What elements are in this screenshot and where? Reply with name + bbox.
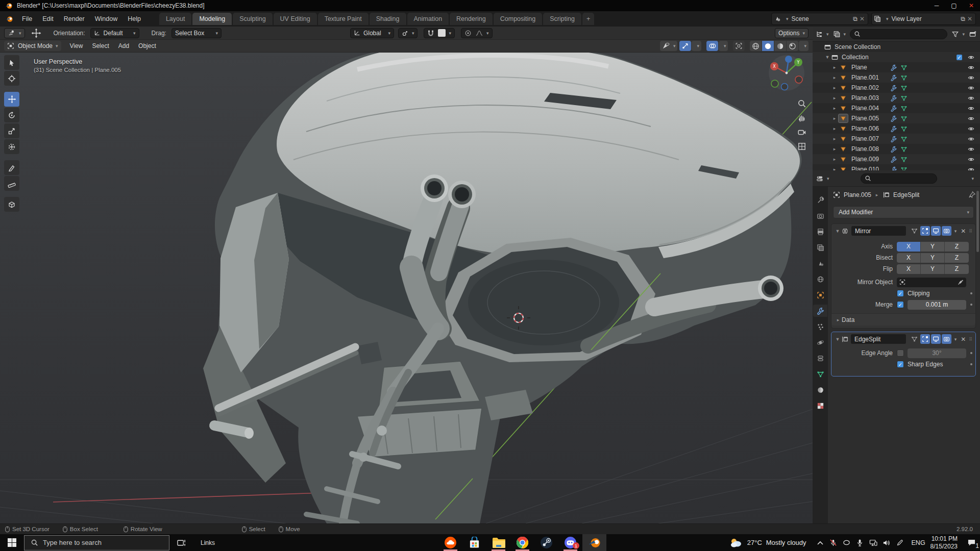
expand-arrow-icon[interactable]: ▸ [831, 136, 838, 141]
expand-arrow-icon[interactable]: ▼ [824, 55, 831, 60]
data-subpanel-header[interactable]: ▸ Data [831, 313, 975, 325]
axis-z-button[interactable]: Z [945, 242, 969, 252]
tab-particles[interactable] [813, 320, 827, 333]
axis-y-button[interactable]: Y [921, 242, 945, 252]
clipping-checkbox[interactable]: ✓ [897, 290, 904, 297]
expand-arrow-icon[interactable]: ▸ [831, 146, 838, 152]
mesh-object-icon[interactable] [838, 165, 848, 170]
extras-dropdown-icon[interactable]: ▾ [954, 229, 957, 234]
tab-uv-editing[interactable]: UV Editing [274, 13, 317, 25]
flip-x-button[interactable]: X [897, 264, 921, 274]
gizmo-dropdown[interactable]: ▾ [692, 41, 701, 51]
add-modifier-button[interactable]: Add Modifier ▾ [833, 206, 974, 218]
tab-modeling[interactable]: Modeling [192, 13, 232, 25]
show-on-cage-toggle[interactable] [910, 334, 919, 344]
tab-modifiers[interactable] [813, 305, 827, 317]
extras-dropdown-icon[interactable]: ▾ [954, 337, 957, 342]
mesh-object-icon[interactable] [838, 104, 848, 113]
edgesplit-panel-header[interactable]: ▼ EdgeSplit ▾ ✕ ⠿ [831, 332, 975, 346]
expand-arrow-icon[interactable]: ▸ [831, 126, 838, 131]
shading-material-button[interactable] [774, 41, 786, 51]
menu-edit[interactable]: Edit [37, 13, 59, 24]
tab-tool[interactable] [813, 194, 827, 206]
viewport-menu-select[interactable]: Select [87, 40, 113, 52]
expand-arrow-icon[interactable]: ▸ [831, 116, 838, 121]
mesh-data-icon[interactable] [900, 115, 908, 122]
tray-mic-icon[interactable] [853, 534, 867, 551]
tab-scene[interactable] [813, 257, 827, 269]
eye-icon[interactable] [967, 115, 975, 122]
mesh-object-icon[interactable] [838, 93, 848, 103]
pin-icon[interactable] [968, 191, 976, 198]
mesh-data-icon[interactable] [900, 95, 908, 102]
outliner-object-row[interactable]: ▸Plane.001 [813, 72, 980, 83]
properties-editor-icon[interactable] [816, 175, 824, 182]
flip-y-button[interactable]: Y [921, 264, 945, 274]
drag-dropdown[interactable]: Select Box ▾ [172, 28, 222, 38]
outliner-object-row[interactable]: ▸Plane.002 [813, 83, 980, 93]
modifier-wrench-icon[interactable] [890, 136, 897, 142]
tab-constraints[interactable] [813, 352, 827, 364]
taskbar-app-chrome[interactable] [510, 534, 534, 551]
tray-language[interactable]: ENG [912, 539, 925, 546]
outliner-object-row[interactable]: ▸Plane.006 [813, 123, 980, 134]
edge-angle-field[interactable]: 30° [908, 348, 966, 358]
new-scene-icon[interactable]: ⧉ [853, 15, 857, 22]
eye-icon[interactable] [967, 136, 975, 142]
object-name[interactable]: Plane.006 [851, 125, 879, 132]
shading-dropdown[interactable]: ▾ [799, 41, 808, 51]
object-name[interactable]: Plane.002 [851, 84, 879, 91]
object-name[interactable]: Plane.008 [851, 145, 879, 153]
show-in-editmode-toggle[interactable] [920, 334, 930, 344]
expand-arrow-icon[interactable]: ▸ [831, 95, 838, 101]
outliner-editor-icon[interactable] [816, 31, 823, 38]
modifier-wrench-icon[interactable] [890, 126, 897, 132]
tab-animation[interactable]: Animation [407, 13, 449, 25]
animate-dot[interactable] [970, 352, 972, 354]
gizmo-x-neg[interactable] [795, 76, 802, 83]
object-name[interactable]: Plane.003 [851, 94, 879, 102]
modifier-wrench-icon[interactable] [890, 115, 897, 122]
menu-window[interactable]: Window [90, 13, 122, 24]
tab-world[interactable] [813, 273, 827, 285]
outliner-object-row[interactable]: ▸Plane.008 [813, 144, 980, 154]
display-mode-icon[interactable] [833, 31, 841, 38]
links-toolbar[interactable]: Links [201, 539, 215, 546]
options-button[interactable]: Options ▾ [775, 28, 808, 38]
eye-icon[interactable] [967, 74, 975, 81]
merge-checkbox[interactable]: ✓ [897, 301, 904, 308]
mesh-object-icon[interactable] [838, 114, 848, 123]
modifier-wrench-icon[interactable] [890, 95, 897, 102]
collapse-arrow-icon[interactable]: ▼ [834, 229, 841, 234]
taskbar-app-blender[interactable] [582, 534, 606, 551]
mesh-data-icon[interactable] [900, 105, 908, 112]
tray-display-icon[interactable] [867, 534, 880, 551]
edge-angle-checkbox[interactable] [897, 349, 904, 357]
tray-mic-muted-icon[interactable] [827, 534, 840, 551]
tray-volume-icon[interactable] [880, 534, 893, 551]
object-name[interactable]: Plane.004 [851, 105, 879, 112]
taskbar-search-box[interactable]: Type here to search [24, 535, 169, 550]
flip-z-button[interactable]: Z [945, 264, 969, 274]
modifier-wrench-icon[interactable] [890, 74, 897, 81]
outliner-object-row[interactable]: ▸Plane [813, 62, 980, 72]
object-visibility-dropdown[interactable]: ▾ [660, 41, 678, 51]
eye-icon[interactable] [967, 146, 975, 153]
mesh-data-icon[interactable] [900, 136, 908, 142]
active-tool-button[interactable]: ▾ [4, 28, 25, 38]
select-box-tool[interactable] [4, 55, 19, 70]
modifier-wrench-icon[interactable] [890, 146, 897, 153]
animate-dot[interactable] [970, 304, 972, 306]
outliner-object-row[interactable]: ▸Plane.003 [813, 93, 980, 103]
3d-viewport[interactable]: Object Mode ▾ View Select Add Object ▾ ▾… [0, 40, 813, 523]
tab-layout[interactable]: Layout [159, 13, 192, 25]
modifier-wrench-icon[interactable] [890, 105, 897, 112]
viewport-menu-add[interactable]: Add [114, 40, 134, 52]
object-name[interactable]: Plane [851, 64, 867, 71]
eye-icon[interactable] [967, 166, 975, 171]
tab-sculpting[interactable]: Sculpting [233, 13, 272, 25]
navigation-gizmo[interactable]: X Y [768, 54, 805, 92]
action-center-button[interactable]: 1 [963, 534, 980, 551]
object-name[interactable]: Plane.001 [851, 74, 879, 81]
tab-view-layer[interactable] [813, 241, 827, 254]
